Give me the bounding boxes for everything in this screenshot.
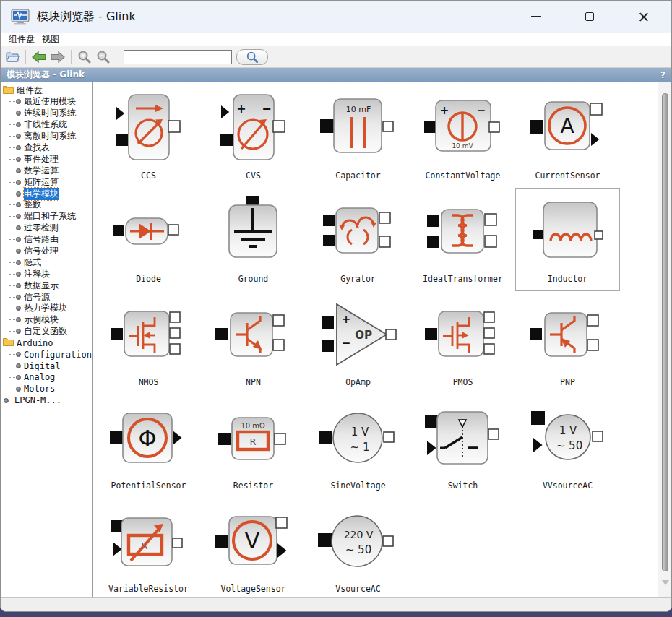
sidebar-item-离散时间系统[interactable]: 离散时间系统: [9, 131, 92, 142]
zoom-in-button[interactable]: [76, 48, 93, 66]
tree-bullet-icon: [16, 272, 21, 277]
component-CVS[interactable]: +−CVS: [201, 85, 306, 188]
toolbar: [1, 46, 671, 68]
tree-guide: [9, 171, 15, 171]
sidebar-item-Motors[interactable]: Motors: [9, 383, 92, 394]
sidebar-item-查找表[interactable]: 查找表: [9, 142, 92, 154]
component-CurrentSensor[interactable]: ACurrentSensor: [515, 85, 620, 188]
component-Ground[interactable]: Ground: [201, 188, 306, 291]
tree-node-Arduino[interactable]: Arduino: [3, 337, 92, 349]
back-button[interactable]: [30, 48, 48, 66]
maximize-button[interactable]: [582, 9, 598, 25]
tree-guide: [9, 251, 15, 251]
search-input[interactable]: [124, 50, 232, 64]
tree-guide: [9, 182, 15, 183]
tree-guide: [9, 159, 15, 160]
sidebar-item-Digital[interactable]: Digital: [9, 361, 92, 372]
close-icon: [638, 12, 649, 22]
open-button[interactable]: [4, 48, 21, 66]
tree-node-组件盘[interactable]: 组件盘: [3, 85, 92, 96]
tree-guide: [9, 377, 15, 378]
sidebar-item-过零检测[interactable]: 过零检测: [9, 223, 92, 234]
sidebar-item-连续时间系统[interactable]: 连续时间系统: [9, 108, 92, 119]
sidebar-item-电学模块[interactable]: 电学模块: [9, 188, 92, 199]
nmos-icon: [107, 298, 191, 376]
component-IdealTransformer[interactable]: IdealTransformer: [410, 188, 515, 291]
pmos-icon: [421, 298, 505, 376]
component-Resistor[interactable]: 10 mΩRResistor: [201, 394, 306, 498]
sidebar-item-Analog[interactable]: Analog: [9, 371, 92, 383]
tree-bullet-icon: [16, 329, 21, 334]
component-PNP[interactable]: PNP: [515, 291, 620, 394]
tree-bullet-icon: [16, 317, 21, 322]
menu-item-view[interactable]: 视图: [38, 33, 63, 46]
sidebar-item-最近使用模块[interactable]: 最近使用模块: [9, 96, 92, 108]
sidebar-item-整数[interactable]: 整数: [9, 199, 92, 211]
svg-text:10 mV: 10 mV: [452, 142, 473, 150]
sidebar-item-数学运算[interactable]: 数学运算: [9, 165, 92, 176]
sidebar-item-端口和子系统[interactable]: 端口和子系统: [9, 211, 92, 223]
vertical-scrollbar[interactable]: [658, 82, 671, 597]
tree-node-label: 组件盘: [17, 85, 43, 97]
component-NPN[interactable]: NPN: [201, 291, 306, 394]
component-label: SineVoltage: [330, 480, 385, 491]
sidebar-item-信号路由[interactable]: 信号路由: [9, 234, 92, 246]
component-Diode[interactable]: Diode: [96, 188, 201, 291]
component-OpAmp[interactable]: +−OPOpAmp: [306, 291, 410, 394]
minimize-button[interactable]: [528, 9, 544, 25]
tree-bullet-icon: [16, 260, 21, 265]
component-SineVoltage[interactable]: 1 V~ 1SineVoltage: [306, 394, 410, 498]
sidebar-item-事件处理[interactable]: 事件处理: [9, 153, 92, 165]
zoom-out-icon: [96, 50, 111, 64]
zoom-out-button[interactable]: [95, 48, 112, 66]
sidebar-item-label: 信号处理: [24, 245, 59, 257]
sidebar-item-非线性系统[interactable]: 非线性系统: [9, 119, 92, 131]
scrollbar-thumb[interactable]: [662, 93, 668, 571]
component-label: PNP: [560, 377, 575, 387]
tree-node-EPGN-M...[interactable]: EPGN-M...: [3, 394, 92, 406]
component-Gyrator[interactable]: Gyrator: [306, 188, 410, 291]
component-VariableResistor[interactable]: RVariableResistor: [96, 498, 201, 597]
component-VoltageSensor[interactable]: VVoltageSensor: [201, 498, 306, 597]
sidebar-item-注释块[interactable]: 注释块: [9, 268, 92, 280]
sidebar-item-隐式[interactable]: 隐式: [9, 256, 92, 268]
sidebar-item-label: Motors: [24, 384, 55, 394]
gyrator-icon: [316, 195, 400, 273]
component-Switch[interactable]: Switch: [410, 394, 515, 498]
tree-guide: [9, 204, 15, 205]
tree-guide: [9, 147, 15, 148]
component-NMOS[interactable]: NMOS: [96, 291, 201, 394]
window-title: 模块浏览器 - Glink: [37, 9, 136, 25]
status-bar: [1, 597, 671, 611]
component-Capacitor[interactable]: 10 mFCapacitor: [306, 85, 410, 188]
sidebar-item-数据显示[interactable]: 数据显示: [9, 280, 92, 291]
component-Inductor[interactable]: Inductor: [515, 188, 620, 291]
component-PotentialSensor[interactable]: ΦPotentialSensor: [96, 394, 201, 498]
close-button[interactable]: [635, 9, 651, 25]
tree-bullet-icon: [16, 145, 21, 150]
svg-text:+: +: [341, 313, 350, 326]
sidebar-item-示例模块[interactable]: 示例模块: [9, 314, 92, 326]
component-CCS[interactable]: CCS: [96, 85, 201, 188]
panel-header: 模块浏览器 - Glink ?: [1, 68, 671, 82]
search-button[interactable]: [236, 49, 268, 65]
component-VsourceAC[interactable]: 220 V~ 50VsourceAC: [306, 498, 410, 597]
component-ConstantVoltage[interactable]: +−10 mVConstantVoltage: [410, 85, 515, 188]
sidebar-item-label: 查找表: [24, 142, 50, 154]
toolbar-separator: [71, 50, 72, 64]
component-VVsourceAC[interactable]: 1 V~ 50VVsourceAC: [515, 394, 620, 498]
forward-button[interactable]: [49, 48, 66, 66]
tree-bullet-icon: [16, 283, 21, 288]
sidebar-item-矩阵运算[interactable]: 矩阵运算: [9, 176, 92, 188]
menu-item-palette[interactable]: 组件盘: [5, 33, 38, 46]
component-PMOS[interactable]: PMOS: [410, 291, 515, 394]
sidebar-item-Configuration[interactable]: Configuration: [9, 349, 92, 361]
titlebar[interactable]: 模块浏览器 - Glink: [1, 1, 671, 33]
sidebar-item-自定义函数[interactable]: 自定义函数: [9, 326, 92, 337]
sidebar-item-信号源[interactable]: 信号源: [9, 291, 92, 303]
sidebar-item-热力学模块[interactable]: 热力学模块: [9, 303, 92, 314]
help-button[interactable]: ?: [660, 70, 665, 80]
sidebar-item-label: 热力学模块: [24, 302, 67, 314]
scroll-down-button[interactable]: [658, 580, 672, 590]
sidebar-item-信号处理[interactable]: 信号处理: [9, 246, 92, 257]
